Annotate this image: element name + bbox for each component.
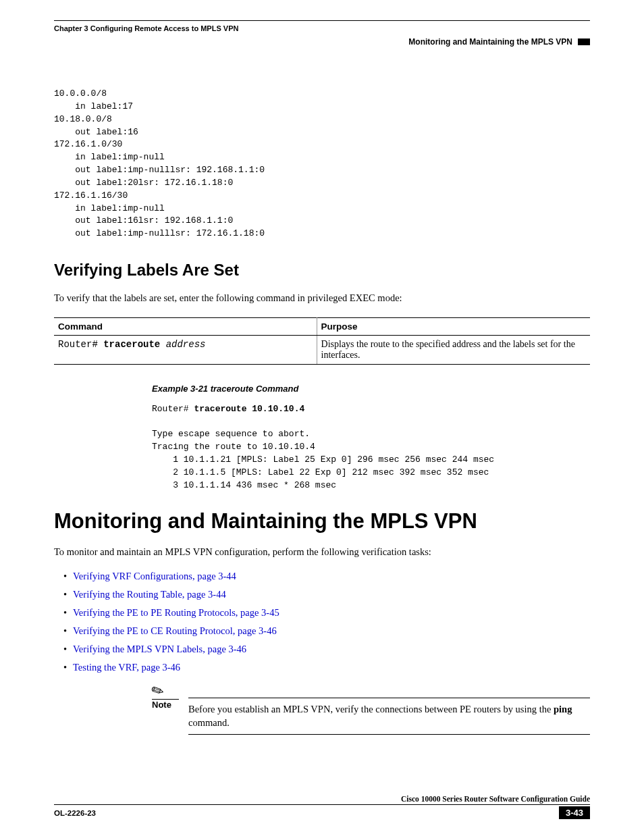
page-footer: Cisco 10000 Series Router Software Confi… <box>54 795 590 819</box>
heading-verifying-labels: Verifying Labels Are Set <box>54 261 590 280</box>
footer-guide-title: Cisco 10000 Series Router Software Confi… <box>54 795 590 803</box>
page-header: Chapter 3 Configuring Remote Access to M… <box>54 20 590 61</box>
code-output-block-2: Router# traceroute 10.10.10.4 Type escap… <box>152 403 590 492</box>
note-block: ✎ Note Before you establish an MPLS VPN,… <box>152 683 590 735</box>
table-row: Router# traceroute address Displays the … <box>54 335 590 364</box>
list-item: Verifying VRF Configurations, page 3-44 <box>63 571 590 582</box>
header-section-title: Monitoring and Maintaining the MPLS VPN <box>408 37 572 47</box>
list-item: Verifying the MPLS VPN Labels, page 3-46 <box>63 644 590 655</box>
list-item: Testing the VRF, page 3-46 <box>63 662 590 673</box>
xref-link[interactable]: Verifying the PE to CE Routing Protocol,… <box>73 625 277 636</box>
list-item: Verifying the PE to CE Routing Protocol,… <box>63 625 590 637</box>
paragraph-intro-2: To monitor and maintain an MPLS VPN conf… <box>54 546 590 559</box>
header-marker-icon <box>578 38 590 45</box>
code-output-block-1: 10.0.0.0/8 in label:17 10.18.0.0/8 out l… <box>54 88 590 240</box>
table-header-purpose: Purpose <box>317 317 590 335</box>
table-cell-purpose: Displays the route to the specified addr… <box>317 335 590 364</box>
xref-link[interactable]: Verifying the Routing Table, page 3-44 <box>73 589 226 600</box>
command-table: Command Purpose Router# traceroute addre… <box>54 317 590 365</box>
note-text: Before you establish an MPLS VPN, verify… <box>188 698 590 735</box>
list-item: Verifying the Routing Table, page 3-44 <box>63 589 590 600</box>
footer-page-number: 3-43 <box>559 806 590 819</box>
paragraph-intro-1: To verify that the labels are set, enter… <box>54 292 590 305</box>
xref-link[interactable]: Verifying the MPLS VPN Labels, page 3-46 <box>73 644 246 654</box>
chapter-label: Chapter 3 Configuring Remote Access to M… <box>54 24 238 32</box>
heading-monitoring-mpls: Monitoring and Maintaining the MPLS VPN <box>54 509 590 533</box>
example-caption: Example 3-21 traceroute Command <box>152 384 590 394</box>
document-page: Chapter 3 Configuring Remote Access to M… <box>0 0 644 834</box>
xref-link[interactable]: Testing the VRF, page 3-46 <box>73 662 180 673</box>
xref-link[interactable]: Verifying the PE to PE Routing Protocols… <box>73 607 279 618</box>
footer-doc-id: OL-2226-23 <box>54 809 96 817</box>
table-cell-command: Router# traceroute address <box>54 335 317 364</box>
list-item: Verifying the PE to PE Routing Protocols… <box>63 607 590 619</box>
link-list: Verifying VRF Configurations, page 3-44 … <box>54 571 590 673</box>
xref-link[interactable]: Verifying VRF Configurations, page 3-44 <box>73 571 236 581</box>
table-header-command: Command <box>54 317 317 335</box>
